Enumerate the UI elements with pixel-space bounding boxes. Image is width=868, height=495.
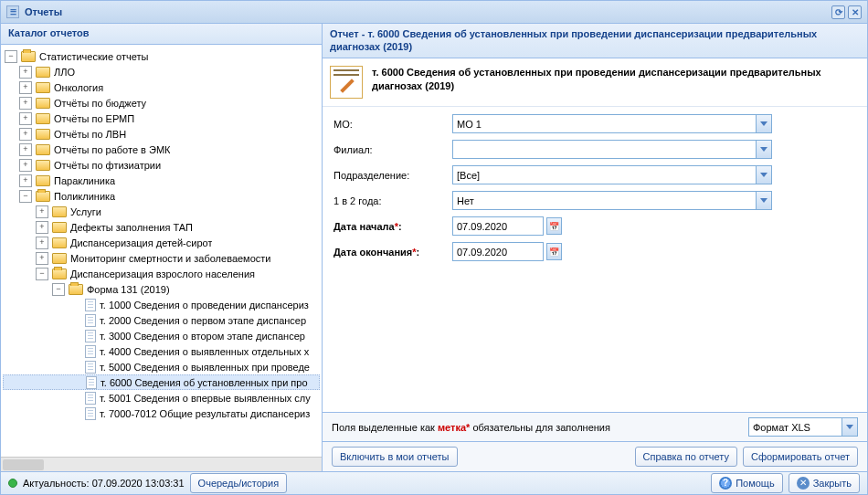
expand-icon[interactable]: + [19,66,32,79]
chevron-down-icon[interactable] [756,192,771,209]
expand-icon[interactable]: + [36,237,48,249]
document-icon [85,314,96,327]
mo-label: МО: [333,119,452,130]
tree-folder[interactable]: +Дефекты заполнения ТАП [3,219,320,235]
format-combo[interactable]: Формат XLS [748,417,858,437]
folder-icon [36,160,50,171]
required-hint: Поля выделенные как метка* обязательны д… [332,422,610,433]
calendar-icon[interactable]: 📅 [546,243,562,260]
tree-folder[interactable]: +Онкология [3,79,320,95]
report-buttonbar: Включить в мои отчеты Справка по отчету … [323,441,867,471]
document-icon [85,392,96,405]
freq-label: 1 в 2 года: [333,195,452,206]
expand-icon[interactable]: + [19,174,32,187]
report-help-button[interactable]: Справка по отчету [635,447,737,467]
chevron-down-icon[interactable] [842,418,857,436]
tree-folder[interactable]: +Отчёты по работе в ЭМК [3,142,320,157]
tree-leaf[interactable]: т. 4000 Сведения о выявленных отдельных … [3,343,320,359]
tree-folder[interactable]: +Отчёты по бюджету [3,95,320,111]
collapse-icon[interactable]: − [5,50,17,63]
refresh-button[interactable]: ⟳ [831,5,845,19]
folder-icon [36,67,50,78]
expand-icon[interactable]: + [19,112,32,125]
chevron-down-icon[interactable] [756,115,771,132]
tree-leaf[interactable]: т. 1000 Сведения о проведении диспансери… [3,297,320,312]
tree-leaf[interactable]: т. 3000 Сведения о втором этапе диспансе… [3,328,320,343]
app-icon: ☰ [6,5,19,18]
folder-icon [52,253,67,264]
folder-icon [52,222,67,233]
expand-icon[interactable]: + [36,205,48,218]
document-icon [85,361,96,374]
folder-icon [36,129,50,140]
tree-folder-form131[interactable]: − Форма 131 (2019) [3,281,320,297]
tree-leaf[interactable]: т. 7000-7012 Общие результаты диспансери… [3,405,320,421]
chevron-down-icon[interactable] [756,141,771,158]
tree-folder[interactable]: +Отчёты по ЛВН [3,126,320,142]
document-icon [85,345,96,358]
freq-combo[interactable]: Нет [452,191,772,210]
tree-folder[interactable]: +Отчёты по фтизиатрии [3,157,320,173]
close-button[interactable]: ✕Закрыть [789,473,860,493]
collapse-icon[interactable]: − [52,283,65,296]
expand-icon[interactable]: + [19,143,32,156]
tree-folder[interactable]: +Отчёты по ЕРМП [3,111,320,126]
folder-icon [52,206,67,217]
tree-folder-poliklinika[interactable]: − Поликлиника [3,188,320,204]
folder-icon [52,237,67,248]
dept-label: Подразделение: [333,170,452,181]
expand-icon[interactable]: + [36,252,48,265]
folder-icon [36,82,50,93]
collapse-icon[interactable]: − [19,190,32,203]
calendar-icon[interactable]: 📅 [546,217,562,235]
tree-root[interactable]: − Статистические отчеты [3,48,320,64]
expand-icon[interactable]: + [19,97,32,110]
queue-button[interactable]: Очередь/история [190,473,288,493]
date-start-label: Дата начала*: [333,221,452,232]
report-form: МО: МО 1 Филиал: Подразделение: [Все] 1 … [323,107,867,412]
tree-folder[interactable]: +Услуги [3,204,320,219]
date-end-input[interactable]: 07.09.2020 [452,242,544,261]
include-button[interactable]: Включить в мои отчеты [332,447,458,467]
dept-combo[interactable]: [Все] [452,165,772,184]
tree-folder-disp-adult[interactable]: − Диспансеризация взрослого населения [3,266,320,281]
folder-open-icon [52,269,67,279]
tree-folder[interactable]: +Диспансеризация детей-сирот [3,235,320,250]
window-titlebar: ☰ Отчеты ⟳ ✕ [1,1,867,24]
folder-icon [36,98,50,109]
chevron-down-icon[interactable] [756,166,771,184]
report-panel-title: Отчет - т. 6000 Сведения об установленны… [323,24,867,58]
report-title: т. 6000 Сведения об установленных при пр… [372,66,860,99]
status-dot-icon [8,479,17,488]
generate-button[interactable]: Сформировать отчет [743,447,858,467]
horizontal-scrollbar[interactable] [1,457,322,471]
tree-folder[interactable]: +Параклиника [3,173,320,188]
filial-label: Филиал: [333,144,452,155]
report-document-icon [330,66,363,99]
folder-open-icon [36,191,50,202]
close-window-button[interactable]: ✕ [848,5,862,19]
help-icon: ? [719,477,732,490]
date-start-input[interactable]: 07.09.2020 [452,216,544,236]
expand-icon[interactable]: + [19,128,32,141]
tree-leaf[interactable]: т. 2000 Сведения о первом этапе диспансе… [3,312,320,328]
report-tree[interactable]: − Статистические отчеты +ЛЛО+Онкология+О… [1,45,322,457]
tree-folder[interactable]: +Мониторинг смертности и заболеваемости [3,250,320,266]
expand-icon[interactable]: + [36,221,48,234]
tree-leaf[interactable]: т. 6000 Сведения об установленных при пр… [3,374,320,390]
expand-icon[interactable]: + [19,81,32,94]
tree-leaf[interactable]: т. 5001 Сведения о впервые выявленных сл… [3,390,320,405]
document-icon [85,299,96,311]
filial-combo[interactable] [452,140,772,159]
folder-icon [36,175,50,186]
catalog-panel: Каталог отчетов − Статистические отчеты … [1,24,323,471]
help-button[interactable]: ?Помощь [711,473,783,493]
folder-open-icon [21,51,36,62]
mo-combo[interactable]: МО 1 [452,114,772,133]
folder-open-icon [69,284,83,295]
tree-leaf[interactable]: т. 5000 Сведения о выявленных при провед… [3,359,320,374]
collapse-icon[interactable]: − [36,268,48,280]
close-icon: ✕ [797,477,810,490]
tree-folder[interactable]: +ЛЛО [3,64,320,79]
expand-icon[interactable]: + [19,159,32,172]
